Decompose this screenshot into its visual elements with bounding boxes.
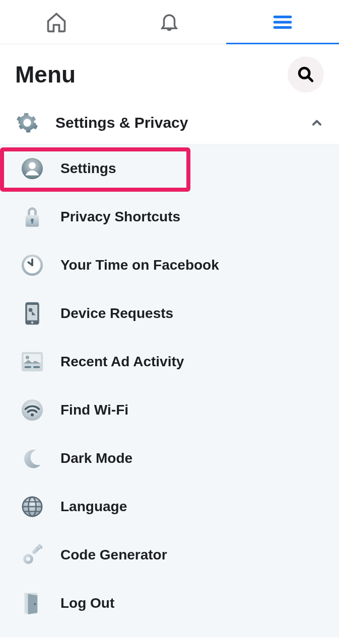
svg-point-20 [26, 356, 29, 359]
menu-item-log-out[interactable]: Log Out [0, 579, 339, 627]
page-title: Menu [15, 61, 76, 88]
menu-item-language[interactable]: Language [0, 482, 339, 531]
menu-item-dark-mode[interactable]: Dark Mode [0, 434, 339, 482]
svg-point-32 [26, 557, 30, 561]
chevron-up-icon [310, 116, 324, 130]
svg-rect-22 [33, 366, 40, 368]
svg-line-4 [308, 76, 312, 81]
menu-item-label: Recent Ad Activity [60, 354, 184, 370]
globe-icon [20, 495, 44, 519]
tab-home[interactable] [0, 0, 113, 44]
svg-point-36 [34, 603, 36, 605]
door-icon [20, 591, 44, 615]
svg-point-6 [29, 163, 35, 169]
menu-item-label: Code Generator [60, 547, 167, 563]
tab-notifications[interactable] [113, 0, 226, 44]
home-icon [44, 10, 69, 34]
svg-rect-9 [31, 220, 33, 224]
image-card-icon [20, 350, 44, 374]
section-settings-privacy[interactable]: Settings & Privacy [0, 102, 339, 144]
bell-icon [157, 10, 181, 34]
key-icon [20, 543, 44, 567]
wifi-icon [20, 398, 44, 422]
menu-item-label: Device Requests [60, 305, 173, 321]
hamburger-icon [270, 10, 295, 34]
menu-item-label: Find Wi-Fi [60, 402, 128, 418]
phone-key-icon [20, 301, 44, 326]
person-circle-icon [20, 156, 44, 181]
menu-item-label: Privacy Shortcuts [60, 209, 180, 225]
menu-item-label: Settings [60, 160, 116, 177]
page-header: Menu [0, 44, 339, 102]
tab-menu[interactable] [226, 0, 339, 44]
top-nav [0, 0, 339, 44]
search-icon [297, 66, 314, 83]
svg-rect-21 [25, 366, 31, 368]
menu-item-code-generator[interactable]: Code Generator [0, 531, 339, 579]
menu-item-label: Your Time on Facebook [60, 257, 219, 273]
lock-icon [20, 205, 44, 229]
search-button[interactable] [288, 56, 324, 93]
submenu: Settings Privacy Shortcuts Your Time on … [0, 144, 339, 637]
section-label: Settings & Privacy [55, 114, 294, 131]
menu-item-find-wifi[interactable]: Find Wi-Fi [0, 386, 339, 434]
svg-point-24 [31, 414, 34, 417]
clock-icon [20, 253, 44, 277]
menu-item-recent-ad-activity[interactable]: Recent Ad Activity [0, 338, 339, 386]
menu-item-device-requests[interactable]: Device Requests [0, 289, 339, 338]
menu-item-label: Language [60, 499, 127, 515]
menu-item-label: Log Out [60, 595, 114, 611]
svg-point-16 [31, 321, 33, 324]
gear-icon [15, 111, 39, 135]
menu-item-privacy-shortcuts[interactable]: Privacy Shortcuts [0, 193, 339, 241]
menu-item-settings[interactable]: Settings [0, 144, 339, 193]
menu-item-your-time[interactable]: Your Time on Facebook [0, 241, 339, 289]
moon-icon [20, 446, 44, 470]
menu-item-label: Dark Mode [60, 450, 132, 466]
